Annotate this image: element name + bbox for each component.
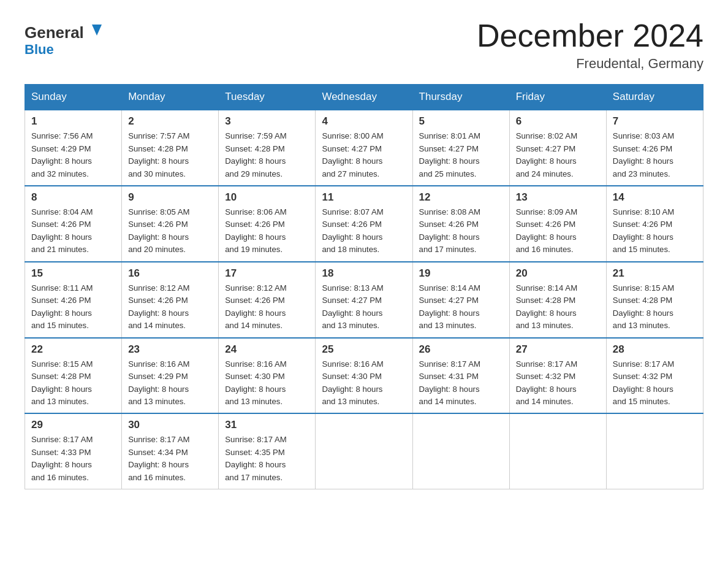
svg-text:General: General [25,23,84,42]
weekday-header-friday: Friday [509,85,606,110]
weekday-header-tuesday: Tuesday [219,85,316,110]
calendar-cell: 3Sunrise: 7:59 AMSunset: 4:28 PMDaylight… [219,110,316,186]
day-number: 7 [613,115,697,128]
calendar-cell: 29Sunrise: 8:17 AMSunset: 4:33 PMDayligh… [25,413,122,489]
calendar-cell: 27Sunrise: 8:17 AMSunset: 4:32 PMDayligh… [509,338,606,414]
day-number: 28 [613,343,697,356]
day-number: 20 [516,267,600,280]
day-info: Sunrise: 8:00 AMSunset: 4:27 PMDaylight:… [322,130,406,180]
calendar-cell: 30Sunrise: 8:17 AMSunset: 4:34 PMDayligh… [122,413,219,489]
calendar-header: SundayMondayTuesdayWednesdayThursdayFrid… [25,85,703,110]
logo-svg: General Blue [25,18,104,58]
logo: General Blue [25,18,104,58]
calendar-cell: 5Sunrise: 8:01 AMSunset: 4:27 PMDaylight… [412,110,509,186]
calendar-cell: 2Sunrise: 7:57 AMSunset: 4:28 PMDaylight… [122,110,219,186]
calendar-cell: 23Sunrise: 8:16 AMSunset: 4:29 PMDayligh… [122,338,219,414]
day-info: Sunrise: 7:56 AMSunset: 4:29 PMDaylight:… [31,130,115,180]
calendar-week-row: 1Sunrise: 7:56 AMSunset: 4:29 PMDaylight… [25,110,703,186]
day-number: 15 [31,267,115,280]
day-info: Sunrise: 7:57 AMSunset: 4:28 PMDaylight:… [128,130,212,180]
day-info: Sunrise: 8:17 AMSunset: 4:31 PMDaylight:… [419,358,503,408]
weekday-header-saturday: Saturday [606,85,703,110]
day-number: 16 [128,267,212,280]
day-info: Sunrise: 8:06 AMSunset: 4:26 PMDaylight:… [225,206,309,256]
day-info: Sunrise: 8:07 AMSunset: 4:26 PMDaylight:… [322,206,406,256]
day-number: 11 [322,191,406,204]
day-info: Sunrise: 8:11 AMSunset: 4:26 PMDaylight:… [31,282,115,332]
calendar-cell: 12Sunrise: 8:08 AMSunset: 4:26 PMDayligh… [412,186,509,262]
calendar-cell: 14Sunrise: 8:10 AMSunset: 4:26 PMDayligh… [606,186,703,262]
calendar-body: 1Sunrise: 7:56 AMSunset: 4:29 PMDaylight… [25,110,703,489]
svg-marker-1 [92,25,102,36]
day-info: Sunrise: 8:17 AMSunset: 4:34 PMDaylight:… [128,434,212,484]
day-number: 19 [419,267,503,280]
month-year-title: December 2024 [477,18,703,53]
day-info: Sunrise: 8:12 AMSunset: 4:26 PMDaylight:… [128,282,212,332]
calendar-cell: 11Sunrise: 8:07 AMSunset: 4:26 PMDayligh… [316,186,412,262]
day-info: Sunrise: 7:59 AMSunset: 4:28 PMDaylight:… [225,130,309,180]
calendar-cell: 4Sunrise: 8:00 AMSunset: 4:27 PMDaylight… [316,110,412,186]
calendar-cell [316,413,412,489]
day-number: 30 [128,419,212,431]
svg-text:Blue: Blue [25,42,54,57]
day-info: Sunrise: 8:16 AMSunset: 4:30 PMDaylight:… [225,358,309,408]
calendar-week-row: 8Sunrise: 8:04 AMSunset: 4:26 PMDaylight… [25,186,703,262]
calendar-cell: 7Sunrise: 8:03 AMSunset: 4:26 PMDaylight… [606,110,703,186]
day-info: Sunrise: 8:17 AMSunset: 4:32 PMDaylight:… [613,358,697,408]
day-number: 8 [31,191,115,204]
calendar-cell [606,413,703,489]
day-info: Sunrise: 8:13 AMSunset: 4:27 PMDaylight:… [322,282,406,332]
calendar-cell: 18Sunrise: 8:13 AMSunset: 4:27 PMDayligh… [316,262,412,338]
title-section: December 2024 Freudental, Germany [477,18,703,72]
calendar-week-row: 15Sunrise: 8:11 AMSunset: 4:26 PMDayligh… [25,262,703,338]
day-number: 6 [516,115,600,128]
day-info: Sunrise: 8:08 AMSunset: 4:26 PMDaylight:… [419,206,503,256]
day-info: Sunrise: 8:14 AMSunset: 4:27 PMDaylight:… [419,282,503,332]
day-number: 22 [31,343,115,356]
calendar-table: SundayMondayTuesdayWednesdayThursdayFrid… [25,84,703,489]
day-number: 3 [225,115,309,128]
location-subtitle: Freudental, Germany [477,56,703,72]
day-info: Sunrise: 8:10 AMSunset: 4:26 PMDaylight:… [613,206,697,256]
day-number: 18 [322,267,406,280]
day-info: Sunrise: 8:14 AMSunset: 4:28 PMDaylight:… [516,282,600,332]
day-info: Sunrise: 8:12 AMSunset: 4:26 PMDaylight:… [225,282,309,332]
day-info: Sunrise: 8:15 AMSunset: 4:28 PMDaylight:… [613,282,697,332]
day-number: 10 [225,191,309,204]
day-info: Sunrise: 8:17 AMSunset: 4:35 PMDaylight:… [225,434,309,484]
calendar-cell [509,413,606,489]
day-info: Sunrise: 8:17 AMSunset: 4:33 PMDaylight:… [31,434,115,484]
calendar-cell: 28Sunrise: 8:17 AMSunset: 4:32 PMDayligh… [606,338,703,414]
day-number: 17 [225,267,309,280]
calendar-cell: 24Sunrise: 8:16 AMSunset: 4:30 PMDayligh… [219,338,316,414]
day-info: Sunrise: 8:15 AMSunset: 4:28 PMDaylight:… [31,358,115,408]
day-info: Sunrise: 8:03 AMSunset: 4:26 PMDaylight:… [613,130,697,180]
day-number: 14 [613,191,697,204]
day-number: 5 [419,115,503,128]
weekday-header-wednesday: Wednesday [316,85,412,110]
day-info: Sunrise: 8:05 AMSunset: 4:26 PMDaylight:… [128,206,212,256]
day-number: 12 [419,191,503,204]
calendar-week-row: 22Sunrise: 8:15 AMSunset: 4:28 PMDayligh… [25,338,703,414]
day-info: Sunrise: 8:01 AMSunset: 4:27 PMDaylight:… [419,130,503,180]
day-number: 27 [516,343,600,356]
day-number: 26 [419,343,503,356]
day-number: 31 [225,419,309,431]
day-number: 1 [31,115,115,128]
calendar-cell: 9Sunrise: 8:05 AMSunset: 4:26 PMDaylight… [122,186,219,262]
calendar-cell: 21Sunrise: 8:15 AMSunset: 4:28 PMDayligh… [606,262,703,338]
calendar-cell: 25Sunrise: 8:16 AMSunset: 4:30 PMDayligh… [316,338,412,414]
weekday-header-row: SundayMondayTuesdayWednesdayThursdayFrid… [25,85,703,110]
day-info: Sunrise: 8:16 AMSunset: 4:30 PMDaylight:… [322,358,406,408]
day-info: Sunrise: 8:09 AMSunset: 4:26 PMDaylight:… [516,206,600,256]
day-info: Sunrise: 8:02 AMSunset: 4:27 PMDaylight:… [516,130,600,180]
calendar-cell: 6Sunrise: 8:02 AMSunset: 4:27 PMDaylight… [509,110,606,186]
weekday-header-monday: Monday [122,85,219,110]
calendar-cell: 22Sunrise: 8:15 AMSunset: 4:28 PMDayligh… [25,338,122,414]
day-number: 24 [225,343,309,356]
calendar-cell: 16Sunrise: 8:12 AMSunset: 4:26 PMDayligh… [122,262,219,338]
calendar-cell: 13Sunrise: 8:09 AMSunset: 4:26 PMDayligh… [509,186,606,262]
calendar-cell: 8Sunrise: 8:04 AMSunset: 4:26 PMDaylight… [25,186,122,262]
day-number: 25 [322,343,406,356]
day-number: 13 [516,191,600,204]
